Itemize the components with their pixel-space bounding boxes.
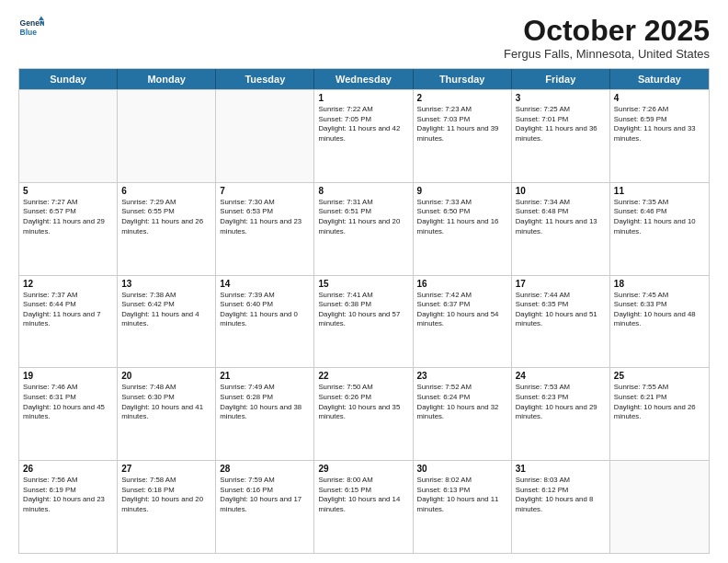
- day-number: 28: [220, 464, 310, 474]
- calendar-page: General Blue October 2025 Fergus Falls, …: [0, 0, 728, 563]
- calendar-day-5: 5Sunrise: 7:27 AM Sunset: 6:57 PM Daylig…: [19, 183, 118, 275]
- calendar-row: 26Sunrise: 7:56 AM Sunset: 6:19 PM Dayli…: [19, 460, 709, 553]
- day-number: 16: [417, 279, 507, 289]
- day-number: 11: [614, 186, 705, 196]
- calendar-day-25: 25Sunrise: 7:55 AM Sunset: 6:21 PM Dayli…: [610, 368, 709, 460]
- day-number: 15: [318, 279, 408, 289]
- calendar-day-11: 11Sunrise: 7:35 AM Sunset: 6:46 PM Dayli…: [610, 183, 709, 275]
- day-number: 23: [417, 371, 507, 381]
- day-number: 25: [614, 371, 705, 381]
- calendar-day-15: 15Sunrise: 7:41 AM Sunset: 6:38 PM Dayli…: [314, 276, 413, 368]
- day-number: 14: [220, 279, 310, 289]
- calendar-day-6: 6Sunrise: 7:29 AM Sunset: 6:55 PM Daylig…: [118, 183, 216, 275]
- day-info: Sunrise: 7:50 AM Sunset: 6:26 PM Dayligh…: [318, 383, 408, 421]
- day-number: 1: [318, 93, 408, 103]
- day-number: 5: [23, 186, 113, 196]
- location: Fergus Falls, Minnesota, United States: [504, 47, 710, 61]
- day-number: 30: [417, 464, 507, 474]
- calendar-day-22: 22Sunrise: 7:50 AM Sunset: 6:26 PM Dayli…: [314, 368, 413, 460]
- calendar-day-12: 12Sunrise: 7:37 AM Sunset: 6:44 PM Dayli…: [19, 276, 118, 368]
- calendar-day-4: 4Sunrise: 7:26 AM Sunset: 6:59 PM Daylig…: [610, 90, 709, 182]
- day-info: Sunrise: 7:39 AM Sunset: 6:40 PM Dayligh…: [220, 291, 310, 329]
- calendar-day-18: 18Sunrise: 7:45 AM Sunset: 6:33 PM Dayli…: [610, 276, 709, 368]
- day-number: 29: [318, 464, 408, 474]
- logo-icon: General Blue: [18, 15, 44, 40]
- calendar-day-19: 19Sunrise: 7:46 AM Sunset: 6:31 PM Dayli…: [19, 368, 118, 460]
- day-number: 6: [121, 186, 211, 196]
- logo: General Blue: [18, 15, 44, 40]
- calendar-day-20: 20Sunrise: 7:48 AM Sunset: 6:30 PM Dayli…: [118, 368, 216, 460]
- day-number: 10: [516, 186, 606, 196]
- day-number: 2: [417, 93, 507, 103]
- day-info: Sunrise: 7:23 AM Sunset: 7:03 PM Dayligh…: [417, 105, 507, 144]
- calendar-day-7: 7Sunrise: 7:30 AM Sunset: 6:53 PM Daylig…: [216, 183, 314, 275]
- calendar-day-17: 17Sunrise: 7:44 AM Sunset: 6:35 PM Dayli…: [512, 276, 610, 368]
- day-info: Sunrise: 7:45 AM Sunset: 6:33 PM Dayligh…: [614, 291, 705, 329]
- calendar-day-8: 8Sunrise: 7:31 AM Sunset: 6:51 PM Daylig…: [314, 183, 413, 275]
- day-info: Sunrise: 7:46 AM Sunset: 6:31 PM Dayligh…: [23, 383, 113, 421]
- day-info: Sunrise: 7:22 AM Sunset: 7:05 PM Dayligh…: [318, 105, 408, 144]
- weekday-header: Friday: [512, 69, 610, 89]
- svg-text:Blue: Blue: [20, 28, 38, 37]
- weekday-header: Monday: [118, 69, 216, 89]
- day-info: Sunrise: 7:37 AM Sunset: 6:44 PM Dayligh…: [23, 291, 113, 329]
- day-number: 3: [516, 93, 606, 103]
- calendar-day-3: 3Sunrise: 7:25 AM Sunset: 7:01 PM Daylig…: [512, 90, 610, 182]
- empty-cell: [118, 90, 216, 182]
- weekday-header: Saturday: [610, 69, 709, 89]
- day-info: Sunrise: 7:29 AM Sunset: 6:55 PM Dayligh…: [121, 198, 211, 236]
- calendar-row: 19Sunrise: 7:46 AM Sunset: 6:31 PM Dayli…: [19, 367, 709, 460]
- calendar-day-21: 21Sunrise: 7:49 AM Sunset: 6:28 PM Dayli…: [216, 368, 314, 460]
- day-number: 12: [23, 279, 113, 289]
- day-info: Sunrise: 7:30 AM Sunset: 6:53 PM Dayligh…: [220, 198, 310, 236]
- calendar-day-29: 29Sunrise: 8:00 AM Sunset: 6:15 PM Dayli…: [314, 461, 413, 553]
- calendar-day-14: 14Sunrise: 7:39 AM Sunset: 6:40 PM Dayli…: [216, 276, 314, 368]
- day-info: Sunrise: 7:53 AM Sunset: 6:23 PM Dayligh…: [516, 383, 606, 421]
- weekday-header: Thursday: [414, 69, 512, 89]
- header: General Blue October 2025 Fergus Falls, …: [18, 15, 710, 61]
- day-number: 13: [121, 279, 211, 289]
- day-info: Sunrise: 8:03 AM Sunset: 6:12 PM Dayligh…: [516, 476, 606, 514]
- weekday-header: Tuesday: [216, 69, 314, 89]
- day-number: 26: [23, 464, 113, 474]
- day-number: 9: [417, 186, 507, 196]
- day-info: Sunrise: 7:48 AM Sunset: 6:30 PM Dayligh…: [121, 383, 211, 421]
- day-info: Sunrise: 7:25 AM Sunset: 7:01 PM Dayligh…: [516, 105, 606, 144]
- calendar-row: 5Sunrise: 7:27 AM Sunset: 6:57 PM Daylig…: [19, 182, 709, 275]
- day-info: Sunrise: 7:27 AM Sunset: 6:57 PM Dayligh…: [23, 198, 113, 236]
- calendar-day-1: 1Sunrise: 7:22 AM Sunset: 7:05 PM Daylig…: [314, 90, 413, 182]
- day-number: 21: [220, 371, 310, 381]
- calendar-row: 12Sunrise: 7:37 AM Sunset: 6:44 PM Dayli…: [19, 275, 709, 368]
- calendar-day-27: 27Sunrise: 7:58 AM Sunset: 6:18 PM Dayli…: [118, 461, 216, 553]
- empty-cell: [610, 461, 709, 553]
- day-info: Sunrise: 7:49 AM Sunset: 6:28 PM Dayligh…: [220, 383, 310, 421]
- day-info: Sunrise: 7:38 AM Sunset: 6:42 PM Dayligh…: [121, 291, 211, 329]
- day-info: Sunrise: 7:35 AM Sunset: 6:46 PM Dayligh…: [614, 198, 705, 236]
- day-number: 19: [23, 371, 113, 381]
- day-number: 8: [318, 186, 408, 196]
- day-number: 27: [121, 464, 211, 474]
- calendar-day-28: 28Sunrise: 7:59 AM Sunset: 6:16 PM Dayli…: [216, 461, 314, 553]
- calendar-body: 1Sunrise: 7:22 AM Sunset: 7:05 PM Daylig…: [19, 89, 709, 553]
- calendar-day-30: 30Sunrise: 8:02 AM Sunset: 6:13 PM Dayli…: [414, 461, 512, 553]
- day-info: Sunrise: 8:02 AM Sunset: 6:13 PM Dayligh…: [417, 476, 507, 514]
- day-number: 7: [220, 186, 310, 196]
- calendar-day-9: 9Sunrise: 7:33 AM Sunset: 6:50 PM Daylig…: [414, 183, 512, 275]
- day-info: Sunrise: 7:33 AM Sunset: 6:50 PM Dayligh…: [417, 198, 507, 236]
- month-title: October 2025: [504, 15, 710, 47]
- day-number: 22: [318, 371, 408, 381]
- calendar-day-2: 2Sunrise: 7:23 AM Sunset: 7:03 PM Daylig…: [414, 90, 512, 182]
- calendar-day-31: 31Sunrise: 8:03 AM Sunset: 6:12 PM Dayli…: [512, 461, 610, 553]
- calendar-day-26: 26Sunrise: 7:56 AM Sunset: 6:19 PM Dayli…: [19, 461, 118, 553]
- day-number: 4: [614, 93, 705, 103]
- day-info: Sunrise: 7:26 AM Sunset: 6:59 PM Dayligh…: [614, 105, 705, 144]
- calendar-day-10: 10Sunrise: 7:34 AM Sunset: 6:48 PM Dayli…: [512, 183, 610, 275]
- day-info: Sunrise: 7:59 AM Sunset: 6:16 PM Dayligh…: [220, 476, 310, 514]
- day-number: 18: [614, 279, 705, 289]
- day-info: Sunrise: 7:42 AM Sunset: 6:37 PM Dayligh…: [417, 291, 507, 329]
- calendar-day-23: 23Sunrise: 7:52 AM Sunset: 6:24 PM Dayli…: [414, 368, 512, 460]
- calendar-day-13: 13Sunrise: 7:38 AM Sunset: 6:42 PM Dayli…: [118, 276, 216, 368]
- day-number: 31: [516, 464, 606, 474]
- calendar-header: SundayMondayTuesdayWednesdayThursdayFrid…: [19, 69, 709, 89]
- day-number: 20: [121, 371, 211, 381]
